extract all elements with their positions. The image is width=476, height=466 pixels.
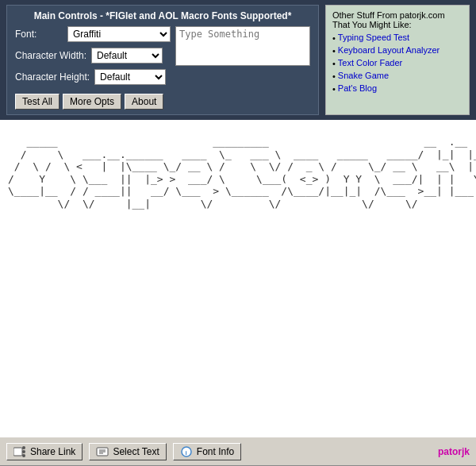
width-label: Character Width:: [15, 50, 86, 61]
font-info-label: Font Info: [197, 446, 234, 457]
link-item-1: • Typing Speed Test: [332, 33, 463, 44]
right-panel-title: Other Stuff From patorjk.com That You Mi…: [332, 10, 463, 29]
keyboard-layout-link[interactable]: Keyboard Layout Analyzer: [338, 45, 440, 55]
bullet-2: •: [332, 46, 336, 56]
height-select[interactable]: Default Full Fitted: [94, 69, 166, 85]
top-panel: Main Controls - *FIGlet and AOL Macro Fo…: [0, 0, 476, 120]
bullet-1: •: [332, 33, 336, 43]
width-select[interactable]: Default Full Fitted: [91, 48, 163, 64]
select-text-label: Select Text: [113, 446, 159, 457]
text-input[interactable]: [175, 26, 310, 66]
text-color-fader-link[interactable]: Text Color Fader: [338, 58, 402, 67]
share-icon: [13, 446, 26, 457]
about-button[interactable]: About: [125, 94, 163, 110]
select-text-button[interactable]: Select Text: [89, 443, 166, 460]
bullet-4: •: [332, 71, 336, 81]
share-link-label: Share Link: [30, 446, 75, 457]
controls-buttons: Test All More Opts About: [15, 94, 171, 110]
font-row: Font: Graffiti Banner Block Digital Stan…: [15, 26, 171, 42]
height-label: Character Height:: [15, 71, 90, 83]
typing-speed-link[interactable]: Typing Speed Test: [338, 33, 409, 42]
patorjk-logo: patorjk: [438, 446, 470, 457]
main-controls-title: Main Controls - *FIGlet and AOL Macro Fo…: [15, 10, 310, 21]
height-row: Character Height: Default Full Fitted: [15, 69, 171, 85]
left-controls: Font: Graffiti Banner Block Digital Stan…: [15, 26, 171, 110]
right-panel: Other Stuff From patorjk.com That You Mi…: [325, 5, 470, 115]
share-link-button[interactable]: Share Link: [6, 443, 83, 460]
snake-game-link[interactable]: Snake Game: [338, 71, 389, 80]
width-row: Character Width: Default Full Fitted: [15, 48, 171, 64]
font-label: Font:: [15, 29, 63, 40]
font-info-button[interactable]: i Font Info: [173, 443, 241, 460]
link-item-5: • Pat's Blog: [332, 83, 463, 94]
font-info-icon: i: [180, 446, 193, 457]
link-item-2: • Keyboard Layout Analyzer: [332, 45, 463, 56]
more-opts-button[interactable]: More Opts: [63, 94, 121, 110]
pats-blog-link[interactable]: Pat's Blog: [338, 83, 377, 93]
link-item-3: • Text Color Fader: [332, 58, 463, 69]
svg-rect-0: [13, 448, 22, 456]
main-controls-box: Main Controls - *FIGlet and AOL Macro Fo…: [6, 5, 319, 115]
link-item-4: • Snake Game: [332, 71, 463, 82]
bullet-3: •: [332, 59, 336, 68]
test-all-button[interactable]: Test All: [15, 94, 60, 110]
bullet-5: •: [332, 84, 336, 94]
ascii-art-output: _____ _________ __ .__ .__ / \ ___.__.__…: [0, 120, 476, 226]
bottom-bar: Share Link Select Text i Font Info pator…: [0, 436, 476, 466]
font-select[interactable]: Graffiti Banner Block Digital Standard: [67, 26, 171, 42]
select-text-icon: [96, 446, 109, 457]
main-content: _____ _________ __ .__ .__ / \ ___.__.__…: [0, 120, 476, 436]
svg-text:i: i: [185, 449, 186, 456]
